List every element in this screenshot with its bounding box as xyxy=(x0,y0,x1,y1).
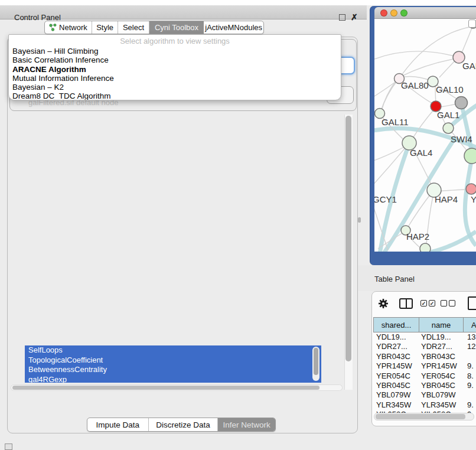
table-cell: YLR345W xyxy=(419,400,463,410)
table-row[interactable]: YBR045CYBR045C9. xyxy=(373,381,476,390)
table-cell: 9. xyxy=(463,381,474,390)
data-attribute-item[interactable]: SelfLoops xyxy=(25,345,321,356)
network-node-label: HAP2 xyxy=(406,231,429,242)
table-row[interactable]: YER054CYER054C8. xyxy=(373,371,476,381)
network-window-titlebar[interactable] xyxy=(374,7,476,19)
close-traffic-light-icon[interactable] xyxy=(380,9,387,17)
algorithm-dropdown-placeholder: Select algorithm to view settings xyxy=(9,36,341,47)
table-cell xyxy=(463,352,467,361)
tab-style[interactable]: Style xyxy=(92,21,118,34)
algorithm-option[interactable]: Basic Correlation Inference xyxy=(9,56,341,64)
panel-divider-handle[interactable] xyxy=(358,217,361,223)
table-cell: YDL19... xyxy=(419,332,463,342)
bottom-tabbar: Impute Data Discretize Data Infer Networ… xyxy=(87,418,276,432)
network-edge xyxy=(374,81,397,100)
data-attribute-item[interactable]: gal4RGexp xyxy=(25,375,321,383)
tab-select[interactable]: Select xyxy=(118,21,149,34)
table-cell: YBR045C xyxy=(419,381,463,390)
unchecked-box-icon[interactable] xyxy=(449,300,455,306)
tab-impute-data[interactable]: Impute Data xyxy=(87,418,149,431)
algorithm-option[interactable]: ARACNE Algorithm xyxy=(9,65,341,74)
attributes-scrollbar-thumb[interactable] xyxy=(314,348,318,375)
tab-infer-network[interactable]: Infer Network xyxy=(218,418,275,431)
network-edge xyxy=(402,27,472,75)
data-attributes-list: SelfLoopsTopologicalCoefficientBetweenne… xyxy=(25,345,321,383)
checked-box-icon[interactable]: ✓ xyxy=(420,300,427,306)
unchecked-box-icon[interactable] xyxy=(441,300,447,306)
zoom-traffic-light-icon[interactable] xyxy=(400,9,407,17)
network-node[interactable] xyxy=(466,184,476,194)
table-cell: YDR27... xyxy=(373,342,419,351)
tab-jactivemnodules[interactable]: jActiveMNodules xyxy=(204,21,263,34)
algorithm-option[interactable]: Dream8 DC_TDC Algorithm xyxy=(9,92,341,100)
network-node[interactable] xyxy=(455,97,468,109)
close-icon[interactable]: ✗ xyxy=(351,12,358,22)
table-horizontal-scrollbar-thumb[interactable] xyxy=(376,414,465,419)
table-row[interactable]: YDR27...YDR27...12 xyxy=(373,342,476,351)
table-cell: YBL079W xyxy=(373,390,419,400)
column-header-shared-name[interactable]: shared... xyxy=(374,318,419,332)
network-node-label: GAL11 xyxy=(382,117,409,127)
float-window-icon[interactable] xyxy=(339,14,345,21)
table-cell: YBR045C xyxy=(373,381,419,390)
network-canvas-svg[interactable]: GALGAL80GAL10GAL1GAL11SWI4GAL4GCY1HAP4YH… xyxy=(374,19,476,252)
minimize-traffic-light-icon[interactable] xyxy=(390,9,397,17)
network-node-label: GAL80 xyxy=(401,80,429,90)
algorithm-dropdown-list: Bayesian – Hill ClimbingBasic Correlatio… xyxy=(9,47,341,100)
top-tabbar: Network Style Select Cyni Toolbox jActiv… xyxy=(44,21,264,34)
table-cell: 8. xyxy=(463,371,474,381)
table-panel-title: Table Panel xyxy=(374,275,415,283)
algorithm-dropdown-popup: Select algorithm to view settings Bayesi… xyxy=(8,34,341,100)
network-node[interactable] xyxy=(464,148,476,164)
data-attribute-item[interactable]: TopologicalCoefficient xyxy=(25,356,321,366)
top-strip xyxy=(0,0,476,5)
network-node[interactable] xyxy=(443,123,454,133)
canvas-scrollbar-fragment[interactable] xyxy=(468,19,476,28)
control-panel-titlebar: Control Panel ✗ xyxy=(0,5,367,19)
table-row[interactable]: YDL19...YDL19...13 xyxy=(373,332,476,342)
table-cell: YBL079W xyxy=(419,390,463,400)
split-columns-icon[interactable] xyxy=(399,298,413,309)
table-cell: YER054C xyxy=(373,371,419,381)
table-cell: YLR345W xyxy=(373,400,419,410)
table-cell: 13 xyxy=(463,332,475,342)
network-node-label: GAL4 xyxy=(410,148,432,158)
tab-network[interactable]: Network xyxy=(45,21,92,34)
table-cell: YBR043C xyxy=(419,352,463,361)
network-icon xyxy=(49,24,57,31)
tab-discretize-data[interactable]: Discretize Data xyxy=(149,418,219,431)
network-node-label: HAP4 xyxy=(435,194,458,204)
bottom-left-icon[interactable] xyxy=(5,444,12,450)
table-cell: YDL19... xyxy=(373,332,419,342)
network-node-label: GAL1 xyxy=(437,110,459,120)
network-node-label: GAL10 xyxy=(436,84,464,94)
table-row[interactable]: YBR043CYBR043C xyxy=(373,352,476,361)
settings-vertical-scrollbar-thumb[interactable] xyxy=(345,116,351,361)
algorithm-option[interactable]: Bayesian – Hill Climbing xyxy=(9,47,341,56)
network-edge xyxy=(412,109,435,140)
table-cell: YDR27... xyxy=(419,342,463,351)
table-cell: 9. xyxy=(463,361,474,371)
table-cell: YPR145W xyxy=(419,361,463,371)
table-cell: 12 xyxy=(463,342,475,351)
table-cell: 9. xyxy=(463,400,474,410)
tab-cyni-toolbox[interactable]: Cyni Toolbox xyxy=(149,21,204,34)
checked-box-icon[interactable]: ✓ xyxy=(429,300,435,306)
algorithm-option[interactable]: Bayesian – K2 xyxy=(9,83,341,92)
settings-horizontal-scrollbar-thumb[interactable] xyxy=(12,386,319,390)
table-header: shared... name A xyxy=(373,317,476,332)
column-header-partial[interactable]: A xyxy=(464,318,476,332)
network-node-label: GCY1 xyxy=(374,194,397,204)
network-node[interactable] xyxy=(420,243,431,252)
table-cell: YPR145W xyxy=(373,361,419,371)
document-icon[interactable] xyxy=(468,296,476,310)
column-header-name[interactable]: name xyxy=(419,318,464,332)
table-rows: YDL19...YDL19...13YDR27...YDR27...12YBR0… xyxy=(373,332,476,413)
gear-icon[interactable] xyxy=(378,298,389,309)
table-cell: YBR043C xyxy=(373,352,419,361)
table-row[interactable]: YLR345WYLR345W9. xyxy=(373,400,476,410)
algorithm-option[interactable]: Mutual Information Inference xyxy=(9,74,341,83)
table-row[interactable]: YPR145WYPR145W9. xyxy=(373,361,476,371)
data-attribute-item[interactable]: BetweennessCentrality xyxy=(25,365,321,375)
table-row[interactable]: YBL079WYBL079W xyxy=(373,390,476,400)
